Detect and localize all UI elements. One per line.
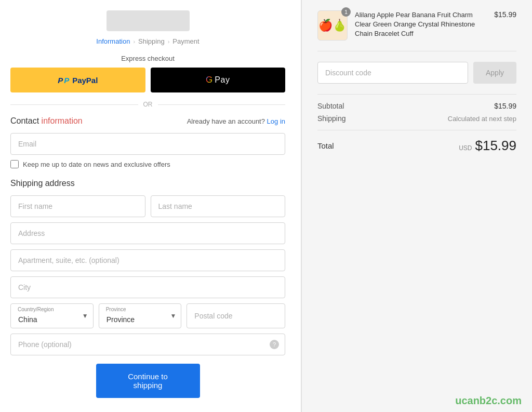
subtotal-label: Subtotal xyxy=(317,102,344,110)
right-panel: 🍎🍐 1 Alilang Apple Pear Banana Fruit Cha… xyxy=(301,0,532,412)
gpay-label: Pay xyxy=(215,75,230,85)
country-label: Country/Region xyxy=(18,307,54,312)
province-label: Province xyxy=(106,307,126,312)
breadcrumb: Information › Shipping › Payment xyxy=(10,37,285,45)
first-name-field[interactable] xyxy=(10,195,145,217)
total-row: Total USD $15.99 xyxy=(317,130,516,154)
left-panel: Information › Shipping › Payment Express… xyxy=(0,0,301,412)
logo xyxy=(107,10,190,31)
continue-btn-wrap: Continue to shipping xyxy=(10,364,285,398)
subtotal-row: Subtotal $15.99 xyxy=(317,102,516,110)
name-row xyxy=(10,195,285,222)
item-price: $15.99 xyxy=(494,10,516,19)
apt-field[interactable] xyxy=(10,249,285,271)
watermark: ucanb2c.com xyxy=(455,395,522,407)
email-field[interactable] xyxy=(10,133,285,155)
shipping-address-title: Shipping address xyxy=(10,179,285,188)
contact-title-highlight: information xyxy=(42,116,83,125)
breadcrumb-sep-2: › xyxy=(168,38,170,45)
gpay-g-icon: G xyxy=(206,75,212,85)
phone-field-wrap: ? xyxy=(10,334,285,355)
or-divider: OR xyxy=(10,101,285,108)
item-name: Alilang Apple Pear Banana Fruit Charm Cl… xyxy=(355,10,487,39)
discount-code-input[interactable] xyxy=(317,62,468,84)
express-checkout-label: Express checkout xyxy=(10,55,285,62)
contact-section-header: Contact information Already have an acco… xyxy=(10,116,285,126)
logo-area xyxy=(10,10,285,31)
newsletter-row: Keep me up to date on news and exclusive… xyxy=(10,160,285,168)
login-link[interactable]: Log in xyxy=(267,117,285,125)
subtotal-value: $15.99 xyxy=(494,102,516,110)
paypal-icon: PP xyxy=(58,76,69,85)
breadcrumb-payment[interactable]: Payment xyxy=(172,37,199,45)
total-label: Total xyxy=(317,141,334,150)
item-badge: 1 xyxy=(341,7,351,17)
item-image-wrap: 🍎🍐 1 xyxy=(317,10,348,41)
contact-title: Contact information xyxy=(10,116,83,126)
paypal-label: PayPal xyxy=(72,76,98,85)
province-select-wrapper: Province Province ▼ xyxy=(99,303,182,328)
or-label: OR xyxy=(143,101,153,108)
newsletter-checkbox[interactable] xyxy=(10,160,19,168)
gpay-button[interactable]: G Pay xyxy=(151,68,286,92)
postal-field[interactable] xyxy=(187,303,285,328)
order-item: 🍎🍐 1 Alilang Apple Pear Banana Fruit Cha… xyxy=(317,10,516,51)
newsletter-label: Keep me up to date on news and exclusive… xyxy=(23,161,170,168)
paypal-button[interactable]: PP PayPal xyxy=(10,68,145,92)
shipping-row: Shipping Calculated at next step xyxy=(317,114,516,123)
breadcrumb-shipping[interactable]: Shipping xyxy=(138,37,165,45)
currency-label: USD xyxy=(459,144,472,152)
phone-field[interactable] xyxy=(10,334,285,355)
breadcrumb-information[interactable]: Information xyxy=(96,37,130,45)
total-amount: $15.99 xyxy=(475,138,516,154)
shipping-label: Shipping xyxy=(317,114,346,123)
total-right: USD $15.99 xyxy=(459,138,516,154)
city-field[interactable] xyxy=(10,276,285,298)
totals-section: Subtotal $15.99 Shipping Calculated at n… xyxy=(317,94,516,154)
breadcrumb-sep-1: › xyxy=(133,38,135,45)
apply-discount-button[interactable]: Apply xyxy=(473,62,516,84)
discount-row: Apply xyxy=(317,62,516,84)
address-bottom-row: Country/Region China ▼ Province Province… xyxy=(10,303,285,328)
already-account-text: Already have an account? Log in xyxy=(187,117,285,125)
address-field[interactable] xyxy=(10,222,285,244)
phone-help-icon[interactable]: ? xyxy=(270,340,279,349)
shipping-value: Calculated at next step xyxy=(448,115,516,123)
country-select-wrapper: Country/Region China ▼ xyxy=(10,303,94,328)
last-name-field[interactable] xyxy=(151,195,286,217)
item-details: Alilang Apple Pear Banana Fruit Charm Cl… xyxy=(355,10,487,40)
continue-to-shipping-button[interactable]: Continue to shipping xyxy=(96,364,200,398)
express-buttons: PP PayPal G Pay xyxy=(10,68,285,92)
